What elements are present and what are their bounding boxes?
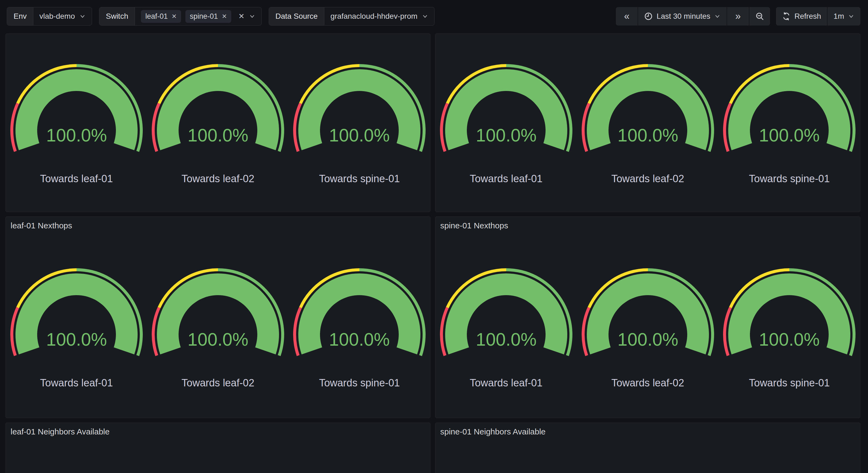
- time-shift-forward-button[interactable]: »: [726, 7, 749, 26]
- gauge-arc: 100.0%: [580, 61, 716, 159]
- gauge: 100.0% Towards leaf-01: [435, 61, 577, 185]
- gauge: 100.0% Towards spine-01: [718, 61, 860, 185]
- chevron-down-icon: [249, 13, 255, 20]
- switch-variable-select[interactable]: leaf-01 ✕ spine-01 ✕ ✕: [135, 7, 261, 25]
- gauge: 100.0% Towards spine-01: [718, 265, 860, 389]
- refresh-icon: [782, 12, 790, 21]
- gauge: 100.0% Towards leaf-02: [577, 61, 719, 185]
- svg-text:100.0%: 100.0%: [46, 125, 107, 145]
- svg-text:100.0%: 100.0%: [476, 329, 536, 350]
- refresh-group: Refresh 1m: [776, 7, 860, 26]
- svg-text:100.0%: 100.0%: [329, 125, 390, 145]
- env-variable-label: Env: [7, 7, 33, 25]
- panel-title[interactable]: spine-01 Nexthops: [435, 217, 860, 232]
- gauge-label: Towards spine-01: [319, 377, 400, 389]
- switch-tag-leaf-01[interactable]: leaf-01 ✕: [141, 10, 181, 23]
- gauge-arc: 100.0%: [580, 265, 716, 363]
- env-variable-select[interactable]: vlab-demo: [33, 7, 92, 25]
- gauge-label: Towards leaf-02: [611, 377, 684, 389]
- panel-leaf-01-nexthops: leaf-01 Nexthops 100.0% Towards leaf-01 …: [5, 216, 431, 418]
- chevron-down-icon: [848, 13, 855, 20]
- chevron-down-icon: [714, 13, 721, 20]
- switch-variable-picker: Switch leaf-01 ✕ spine-01 ✕ ✕: [99, 7, 262, 26]
- panel-spine-01-neighbors-available: spine-01 Neighbors Available: [435, 422, 860, 473]
- svg-text:100.0%: 100.0%: [618, 329, 678, 350]
- svg-text:100.0%: 100.0%: [759, 329, 820, 350]
- switch-tag-spine-01[interactable]: spine-01 ✕: [185, 10, 231, 23]
- gauge-arc: 100.0%: [438, 61, 574, 159]
- svg-text:100.0%: 100.0%: [476, 125, 536, 145]
- panel-spine-01-nexthops: spine-01 Nexthops 100.0% Towards leaf-01…: [435, 216, 860, 418]
- gauge: 100.0% Towards leaf-01: [435, 265, 577, 389]
- gauge-arc: 100.0%: [291, 61, 427, 159]
- gauge-arc: 100.0%: [150, 265, 286, 363]
- datasource-variable-picker: Data Source grafanacloud-hhdev-prom: [269, 7, 435, 26]
- chevrons-right-icon: »: [733, 10, 743, 22]
- gauge: 100.0% Towards leaf-01: [6, 61, 147, 185]
- gauge: 100.0% Towards leaf-02: [147, 265, 288, 389]
- panel-gauges-top-right: 100.0% Towards leaf-01 100.0% Towards le…: [435, 33, 860, 212]
- gauge-arc: 100.0%: [721, 265, 857, 363]
- gauge-label: Towards leaf-02: [182, 173, 254, 185]
- gauge-label: Towards leaf-01: [470, 377, 542, 389]
- svg-text:100.0%: 100.0%: [46, 329, 107, 350]
- refresh-label: Refresh: [795, 12, 821, 21]
- gauge: 100.0% Towards leaf-02: [147, 61, 288, 185]
- svg-text:100.0%: 100.0%: [188, 329, 248, 350]
- gauge-label: Towards leaf-01: [40, 377, 113, 389]
- gauge-label: Towards leaf-02: [182, 377, 254, 389]
- env-variable-picker: Env vlab-demo: [7, 7, 92, 26]
- refresh-interval-select[interactable]: 1m: [827, 7, 860, 26]
- time-range-group: « Last 30 minutes »: [616, 7, 770, 26]
- refresh-interval-value: 1m: [834, 12, 844, 21]
- chevron-down-icon: [422, 13, 428, 20]
- svg-text:100.0%: 100.0%: [618, 125, 678, 145]
- panel-gauges-top-left: 100.0% Towards leaf-01 100.0% Towards le…: [5, 33, 431, 212]
- svg-text:100.0%: 100.0%: [329, 329, 390, 350]
- gauge: 100.0% Towards spine-01: [289, 61, 430, 185]
- dashboard-toolbar: Env vlab-demo Switch leaf-01 ✕ spine-01 …: [7, 7, 860, 26]
- gauge: 100.0% Towards leaf-02: [577, 265, 719, 389]
- panel-title[interactable]: leaf-01 Nexthops: [6, 217, 430, 232]
- gauge-arc: 100.0%: [438, 265, 574, 363]
- gauge-arc: 100.0%: [291, 265, 427, 363]
- datasource-variable-select[interactable]: grafanacloud-hhdev-prom: [324, 7, 434, 25]
- gauge-arc: 100.0%: [9, 265, 145, 363]
- gauge: 100.0% Towards leaf-01: [6, 265, 147, 389]
- gauge-arc: 100.0%: [150, 61, 286, 159]
- panel-title[interactable]: spine-01 Neighbors Available: [435, 423, 860, 439]
- refresh-button[interactable]: Refresh: [776, 7, 827, 26]
- close-icon[interactable]: ✕: [222, 13, 227, 20]
- chevrons-left-icon: «: [622, 10, 631, 22]
- clear-all-icon[interactable]: ✕: [238, 13, 245, 20]
- gauge-label: Towards leaf-02: [611, 173, 684, 185]
- clock-icon: [644, 12, 653, 21]
- env-variable-value: vlab-demo: [39, 12, 75, 21]
- zoom-out-time-button[interactable]: [749, 7, 770, 26]
- gauge-label: Towards spine-01: [749, 173, 830, 185]
- time-range-picker-button[interactable]: Last 30 minutes: [638, 7, 726, 26]
- time-shift-back-button[interactable]: «: [616, 7, 638, 26]
- svg-text:100.0%: 100.0%: [188, 125, 248, 145]
- datasource-variable-label: Data Source: [269, 7, 324, 25]
- time-controls: « Last 30 minutes »: [616, 7, 860, 26]
- gauge-label: Towards spine-01: [319, 173, 400, 185]
- gauge-label: Towards leaf-01: [40, 173, 113, 185]
- time-range-label: Last 30 minutes: [657, 12, 710, 21]
- close-icon[interactable]: ✕: [172, 13, 177, 20]
- panel-title[interactable]: leaf-01 Neighbors Available: [6, 423, 430, 439]
- svg-text:100.0%: 100.0%: [759, 125, 820, 145]
- gauge-arc: 100.0%: [9, 61, 145, 159]
- switch-variable-label: Switch: [99, 7, 135, 25]
- gauge-label: Towards spine-01: [749, 377, 830, 389]
- gauge-arc: 100.0%: [721, 61, 857, 159]
- zoom-out-icon: [755, 12, 764, 21]
- panel-leaf-01-neighbors-available: leaf-01 Neighbors Available: [5, 422, 431, 473]
- gauge: 100.0% Towards spine-01: [289, 265, 430, 389]
- datasource-variable-value: grafanacloud-hhdev-prom: [330, 12, 417, 21]
- chevron-down-icon: [79, 13, 86, 20]
- gauge-label: Towards leaf-01: [470, 173, 542, 185]
